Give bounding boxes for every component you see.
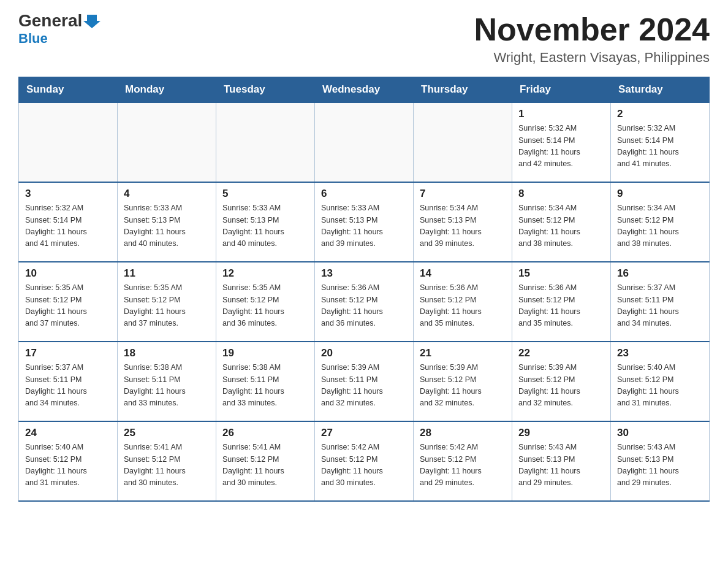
day-info: Sunrise: 5:38 AM Sunset: 5:11 PM Dayligh… — [222, 362, 308, 410]
table-row: 10Sunrise: 5:35 AM Sunset: 5:12 PM Dayli… — [19, 262, 118, 342]
table-row — [118, 102, 216, 182]
table-row: 15Sunrise: 5:36 AM Sunset: 5:12 PM Dayli… — [512, 262, 611, 342]
calendar-week-row: 10Sunrise: 5:35 AM Sunset: 5:12 PM Dayli… — [19, 262, 710, 342]
day-info: Sunrise: 5:32 AM Sunset: 5:14 PM Dayligh… — [617, 123, 703, 170]
day-info: Sunrise: 5:33 AM Sunset: 5:13 PM Dayligh… — [222, 202, 308, 250]
calendar-week-row: 24Sunrise: 5:40 AM Sunset: 5:12 PM Dayli… — [19, 421, 710, 501]
day-number: 29 — [518, 427, 604, 439]
page-header: General Blue November 2024 Wright, Easte… — [18, 12, 710, 66]
day-number: 15 — [518, 267, 604, 280]
calendar-header-row: Sunday Monday Tuesday Wednesday Thursday… — [19, 77, 710, 103]
day-info: Sunrise: 5:39 AM Sunset: 5:12 PM Dayligh… — [518, 362, 604, 410]
day-info: Sunrise: 5:35 AM Sunset: 5:12 PM Dayligh… — [124, 282, 210, 330]
table-row: 23Sunrise: 5:40 AM Sunset: 5:12 PM Dayli… — [611, 342, 710, 421]
logo-general-text: General — [18, 12, 82, 29]
day-number: 10 — [25, 267, 111, 280]
day-info: Sunrise: 5:41 AM Sunset: 5:12 PM Dayligh… — [124, 442, 210, 489]
table-row: 5Sunrise: 5:33 AM Sunset: 5:13 PM Daylig… — [216, 182, 315, 262]
day-number: 9 — [617, 188, 703, 200]
day-number: 27 — [321, 427, 407, 439]
day-info: Sunrise: 5:36 AM Sunset: 5:12 PM Dayligh… — [518, 282, 604, 330]
table-row: 19Sunrise: 5:38 AM Sunset: 5:11 PM Dayli… — [216, 342, 315, 421]
header-friday: Friday — [512, 77, 611, 103]
day-number: 26 — [222, 427, 308, 439]
day-number: 6 — [321, 188, 407, 200]
day-number: 4 — [124, 188, 210, 200]
day-info: Sunrise: 5:34 AM Sunset: 5:12 PM Dayligh… — [617, 202, 703, 250]
day-info: Sunrise: 5:40 AM Sunset: 5:12 PM Dayligh… — [617, 362, 703, 410]
table-row: 27Sunrise: 5:42 AM Sunset: 5:12 PM Dayli… — [315, 421, 414, 501]
day-number: 3 — [25, 188, 111, 200]
day-number: 19 — [222, 347, 308, 359]
day-info: Sunrise: 5:33 AM Sunset: 5:13 PM Dayligh… — [321, 202, 407, 250]
day-info: Sunrise: 5:35 AM Sunset: 5:12 PM Dayligh… — [222, 282, 308, 330]
day-info: Sunrise: 5:34 AM Sunset: 5:12 PM Dayligh… — [518, 202, 604, 250]
header-wednesday: Wednesday — [315, 77, 414, 103]
table-row: 8Sunrise: 5:34 AM Sunset: 5:12 PM Daylig… — [512, 182, 611, 262]
table-row: 28Sunrise: 5:42 AM Sunset: 5:12 PM Dayli… — [414, 421, 512, 501]
table-row: 26Sunrise: 5:41 AM Sunset: 5:12 PM Dayli… — [216, 421, 315, 501]
day-info: Sunrise: 5:39 AM Sunset: 5:12 PM Dayligh… — [420, 362, 506, 410]
table-row: 22Sunrise: 5:39 AM Sunset: 5:12 PM Dayli… — [512, 342, 611, 421]
table-row: 16Sunrise: 5:37 AM Sunset: 5:11 PM Dayli… — [611, 262, 710, 342]
day-info: Sunrise: 5:39 AM Sunset: 5:11 PM Dayligh… — [321, 362, 407, 410]
day-number: 8 — [518, 188, 604, 200]
day-number: 25 — [124, 427, 210, 439]
table-row: 2Sunrise: 5:32 AM Sunset: 5:14 PM Daylig… — [611, 102, 710, 182]
day-info: Sunrise: 5:33 AM Sunset: 5:13 PM Dayligh… — [124, 202, 210, 250]
day-number: 14 — [420, 267, 506, 280]
table-row: 3Sunrise: 5:32 AM Sunset: 5:14 PM Daylig… — [19, 182, 118, 262]
day-number: 23 — [617, 347, 703, 359]
title-section: November 2024 Wright, Eastern Visayas, P… — [474, 12, 710, 66]
day-number: 17 — [25, 347, 111, 359]
header-sunday: Sunday — [19, 77, 118, 103]
day-number: 28 — [420, 427, 506, 439]
day-info: Sunrise: 5:40 AM Sunset: 5:12 PM Dayligh… — [25, 442, 111, 489]
day-number: 7 — [420, 188, 506, 200]
day-info: Sunrise: 5:32 AM Sunset: 5:14 PM Dayligh… — [518, 123, 604, 170]
logo: General Blue — [18, 12, 100, 47]
day-info: Sunrise: 5:42 AM Sunset: 5:12 PM Dayligh… — [420, 442, 506, 489]
day-number: 18 — [124, 347, 210, 359]
day-info: Sunrise: 5:37 AM Sunset: 5:11 PM Dayligh… — [25, 362, 111, 410]
table-row — [216, 102, 315, 182]
header-tuesday: Tuesday — [216, 77, 315, 103]
logo-arrow-icon — [83, 12, 100, 29]
day-number: 21 — [420, 347, 506, 359]
table-row: 18Sunrise: 5:38 AM Sunset: 5:11 PM Dayli… — [118, 342, 216, 421]
table-row: 30Sunrise: 5:43 AM Sunset: 5:13 PM Dayli… — [611, 421, 710, 501]
table-row: 17Sunrise: 5:37 AM Sunset: 5:11 PM Dayli… — [19, 342, 118, 421]
table-row — [414, 102, 512, 182]
table-row — [315, 102, 414, 182]
day-number: 11 — [124, 267, 210, 280]
table-row: 21Sunrise: 5:39 AM Sunset: 5:12 PM Dayli… — [414, 342, 512, 421]
day-number: 20 — [321, 347, 407, 359]
calendar-week-row: 3Sunrise: 5:32 AM Sunset: 5:14 PM Daylig… — [19, 182, 710, 262]
table-row: 20Sunrise: 5:39 AM Sunset: 5:11 PM Dayli… — [315, 342, 414, 421]
table-row: 6Sunrise: 5:33 AM Sunset: 5:13 PM Daylig… — [315, 182, 414, 262]
day-number: 1 — [518, 108, 604, 120]
day-number: 5 — [222, 188, 308, 200]
table-row: 25Sunrise: 5:41 AM Sunset: 5:12 PM Dayli… — [118, 421, 216, 501]
table-row: 7Sunrise: 5:34 AM Sunset: 5:13 PM Daylig… — [414, 182, 512, 262]
day-info: Sunrise: 5:42 AM Sunset: 5:12 PM Dayligh… — [321, 442, 407, 489]
day-info: Sunrise: 5:36 AM Sunset: 5:12 PM Dayligh… — [321, 282, 407, 330]
table-row: 14Sunrise: 5:36 AM Sunset: 5:12 PM Dayli… — [414, 262, 512, 342]
day-number: 2 — [617, 108, 703, 120]
day-info: Sunrise: 5:43 AM Sunset: 5:13 PM Dayligh… — [518, 442, 604, 489]
day-number: 12 — [222, 267, 308, 280]
table-row: 11Sunrise: 5:35 AM Sunset: 5:12 PM Dayli… — [118, 262, 216, 342]
header-saturday: Saturday — [611, 77, 710, 103]
table-row: 9Sunrise: 5:34 AM Sunset: 5:12 PM Daylig… — [611, 182, 710, 262]
calendar-week-row: 17Sunrise: 5:37 AM Sunset: 5:11 PM Dayli… — [19, 342, 710, 421]
day-info: Sunrise: 5:37 AM Sunset: 5:11 PM Dayligh… — [617, 282, 703, 330]
day-info: Sunrise: 5:36 AM Sunset: 5:12 PM Dayligh… — [420, 282, 506, 330]
month-title: November 2024 — [474, 12, 710, 47]
table-row — [19, 102, 118, 182]
day-number: 22 — [518, 347, 604, 359]
svg-marker-0 — [83, 15, 100, 28]
table-row: 29Sunrise: 5:43 AM Sunset: 5:13 PM Dayli… — [512, 421, 611, 501]
logo-blue-text: Blue — [18, 31, 48, 47]
day-number: 30 — [617, 427, 703, 439]
table-row: 1Sunrise: 5:32 AM Sunset: 5:14 PM Daylig… — [512, 102, 611, 182]
